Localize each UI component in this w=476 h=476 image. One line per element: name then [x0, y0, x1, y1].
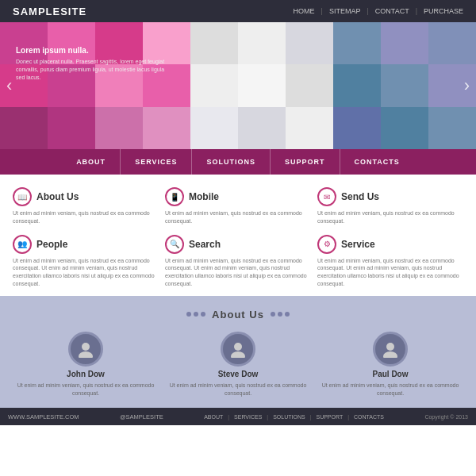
feature-icon-1: 📱: [165, 187, 184, 206]
team-member-1: Steve Dow Ut enim ad minim veniam, quis …: [165, 332, 311, 397]
svg-point-4: [386, 343, 394, 351]
svg-point-3: [231, 351, 245, 358]
feature-title-1: Mobile: [189, 191, 219, 202]
nav-contact[interactable]: CONTACT: [375, 7, 409, 15]
footer-nav-about[interactable]: ABOUT: [204, 414, 223, 420]
dot2: [194, 312, 198, 317]
feature-header: 🔍 Search: [165, 235, 311, 254]
feature-desc-4: Ut enim ad minim veniam, quis nostrud ex…: [165, 257, 311, 288]
team-member-2: Paul Dow Ut enim ad minim veniam, quis n…: [317, 332, 463, 397]
feature-desc-2: Ut enim ad minim veniam, quis nostrud ex…: [317, 209, 463, 225]
hero-next-button[interactable]: ›: [464, 75, 470, 96]
about-title: About Us: [212, 309, 264, 321]
footer-sep-2: |: [267, 414, 268, 420]
team-avatar-0: [68, 332, 103, 367]
about-dots-right: [271, 312, 290, 317]
navbar-support[interactable]: SUPPORT: [271, 149, 340, 175]
footer-sep-4: |: [347, 414, 349, 420]
footer-sep-3: |: [310, 414, 312, 420]
hero-section: Lorem ipsum nulla. Donec ut placerat nul…: [0, 22, 476, 149]
feature-title-5: Service: [341, 239, 375, 250]
navbar-contacts[interactable]: CONTACTS: [340, 149, 414, 175]
team-grid: John Dow Ut enim ad minim veniam, quis n…: [13, 332, 463, 397]
main-navbar: ABOUT SERVICES SOLUTIONS SUPPORT CONTACT…: [0, 149, 476, 175]
team-name-0: John Dow: [67, 370, 105, 378]
nav-home[interactable]: HOME: [294, 7, 315, 15]
dot3: [201, 312, 205, 317]
footer-nav: ABOUT|SERVICES|SOLUTIONS|SUPPORT|CONTACT…: [204, 414, 384, 420]
team-desc-1: Ut enim ad minim veniam, quis nostrud ex…: [165, 382, 311, 397]
svg-point-0: [82, 343, 90, 351]
footer-sep-1: |: [228, 414, 229, 420]
feature-icon-2: ✉: [317, 187, 336, 206]
svg-point-2: [234, 343, 242, 351]
feature-title-3: People: [36, 239, 67, 250]
hero-text: Lorem ipsum nulla. Donec ut placerat nul…: [16, 46, 175, 81]
feature-desc-0: Ut enim ad minim veniam, quis nostrud ex…: [13, 209, 159, 225]
dot6: [285, 312, 290, 317]
team-desc-0: Ut enim ad minim veniam, quis nostrud ex…: [13, 382, 159, 397]
team-desc-2: Ut enim ad minim veniam, quis nostrud ex…: [317, 382, 463, 397]
footer-nav-support[interactable]: SUPPORT: [316, 414, 343, 420]
footer-nav-solutions[interactable]: SOLUTIONS: [273, 414, 305, 420]
nav-sep2: |: [367, 7, 368, 15]
about-dots-left: [186, 312, 205, 317]
hero-prev-button[interactable]: ‹: [6, 75, 12, 96]
feature-desc-3: Ut enim ad minim veniam, quis nostrud ex…: [13, 257, 159, 288]
footer-social: @SAMPLESITE: [120, 413, 163, 420]
footer-nav-services[interactable]: SERVICES: [234, 414, 262, 420]
svg-point-5: [383, 351, 397, 358]
dot5: [278, 312, 282, 317]
features-section: 📖 About Us Ut enim ad minim veniam, quis…: [0, 175, 476, 296]
feature-item: 📱 Mobile Ut enim ad minim veniam, quis n…: [165, 187, 311, 225]
nav-sep1: |: [321, 7, 323, 15]
about-section: About Us John Dow Ut enim ad minim venia…: [0, 296, 476, 409]
team-name-1: Steve Dow: [218, 370, 259, 378]
team-name-2: Paul Dow: [372, 370, 408, 378]
navbar-solutions[interactable]: SOLUTIONS: [192, 149, 271, 175]
feature-header: 📱 Mobile: [165, 187, 311, 206]
feature-item: 📖 About Us Ut enim ad minim veniam, quis…: [13, 187, 159, 225]
feature-header: 📖 About Us: [13, 187, 159, 206]
hero-title: Lorem ipsum nulla.: [16, 46, 175, 55]
dot4: [271, 312, 275, 317]
feature-header: ⚙ Service: [317, 235, 463, 254]
feature-title-4: Search: [189, 239, 221, 250]
feature-icon-3: 👥: [13, 235, 32, 254]
navbar-about[interactable]: ABOUT: [62, 149, 121, 175]
feature-desc-5: Ut enim ad minim veniam, quis nostrud ex…: [317, 257, 463, 288]
dot1: [186, 312, 191, 317]
feature-desc-1: Ut enim ad minim veniam, quis nostrud ex…: [165, 209, 311, 225]
feature-title-2: Send Us: [341, 191, 379, 202]
feature-item: 🔍 Search Ut enim ad minim veniam, quis n…: [165, 235, 311, 288]
team-member-0: John Dow Ut enim ad minim veniam, quis n…: [13, 332, 159, 397]
feature-item: ✉ Send Us Ut enim ad minim veniam, quis …: [317, 187, 463, 225]
nav-sep3: |: [416, 7, 417, 15]
nav-sitemap[interactable]: SITEMAP: [329, 7, 361, 15]
site-footer: WWW.SAMPLESITE.COM @SAMPLESITE ABOUT|SER…: [0, 408, 476, 425]
feature-header: 👥 People: [13, 235, 159, 254]
team-avatar-1: [221, 332, 255, 367]
hero-subtitle: Donec ut placerat nulla. Praesent sagitt…: [16, 58, 175, 81]
feature-item: ⚙ Service Ut enim ad minim veniam, quis …: [317, 235, 463, 288]
svg-point-1: [79, 351, 93, 358]
navbar-services[interactable]: SERVICES: [121, 149, 192, 175]
hero-mosaic: [0, 22, 476, 149]
feature-icon-4: 🔍: [165, 235, 184, 254]
feature-icon-0: 📖: [13, 187, 32, 206]
site-logo: SAMPLESITE: [13, 6, 86, 17]
site-header: SAMPLESITE HOME | SITEMAP | CONTACT | PU…: [0, 0, 476, 22]
footer-copyright: Copyright © 2013: [424, 414, 468, 420]
feature-header: ✉ Send Us: [317, 187, 463, 206]
nav-purchase[interactable]: PURCHASE: [424, 7, 463, 15]
footer-nav-contacts[interactable]: CONTACTS: [354, 414, 384, 420]
feature-title-0: About Us: [36, 191, 79, 202]
team-avatar-2: [373, 332, 408, 367]
header-nav: HOME | SITEMAP | CONTACT | PURCHASE: [294, 7, 463, 15]
features-grid: 📖 About Us Ut enim ad minim veniam, quis…: [13, 187, 463, 288]
footer-url: WWW.SAMPLESITE.COM: [8, 413, 79, 420]
feature-icon-5: ⚙: [317, 235, 336, 254]
about-header: About Us: [13, 309, 463, 321]
feature-item: 👥 People Ut enim ad minim veniam, quis n…: [13, 235, 159, 288]
